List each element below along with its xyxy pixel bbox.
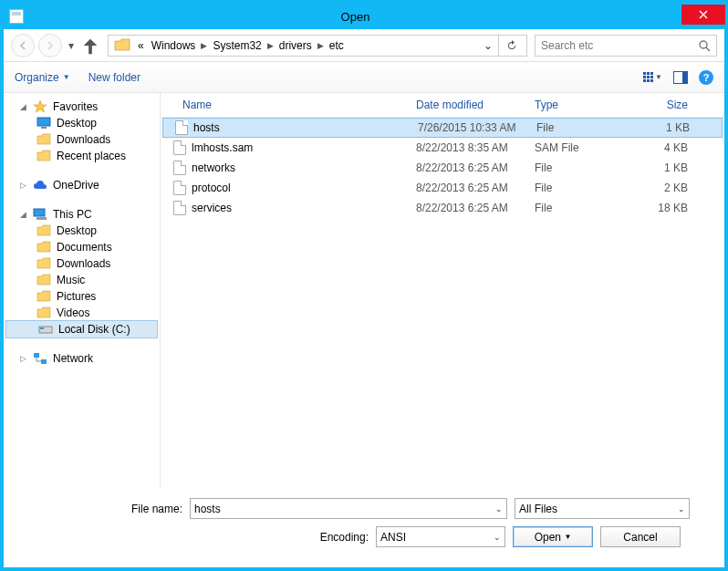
open-button[interactable]: Open ▼ — [513, 526, 593, 547]
address-dropdown[interactable]: ⌄ — [478, 39, 498, 52]
file-date: 8/22/2013 6:25 AM — [416, 161, 535, 174]
chevron-down-icon: ⌄ — [678, 504, 685, 514]
sidebar-item-label: Downloads — [57, 257, 110, 270]
view-options-button[interactable]: ▼ — [643, 72, 662, 82]
filename-input[interactable]: hosts⌄ — [190, 498, 507, 519]
search-input[interactable]: Search etc — [535, 35, 717, 57]
sidebar-onedrive[interactable]: ▷ OneDrive — [4, 177, 160, 193]
svg-rect-6 — [40, 327, 44, 329]
search-icon — [698, 39, 711, 52]
sidebar-favorites[interactable]: ◢ Favorites — [4, 99, 160, 115]
sidebar-network[interactable]: ▷ Network — [4, 350, 160, 367]
collapse-icon: ◢ — [18, 210, 27, 219]
file-icon — [173, 140, 186, 155]
folder-icon — [36, 274, 51, 286]
organize-menu[interactable]: Organize▼ — [15, 71, 70, 84]
svg-rect-7 — [34, 353, 39, 358]
folder-icon — [36, 257, 51, 270]
file-name: networks — [192, 161, 235, 174]
titlebar[interactable]: Open — [4, 4, 724, 29]
folder-icon — [36, 224, 51, 237]
svg-rect-8 — [41, 359, 47, 364]
refresh-button[interactable] — [498, 36, 525, 56]
history-dropdown[interactable]: ▾ — [66, 39, 77, 52]
pc-icon — [33, 208, 47, 221]
sidebar-item-local-disk[interactable]: Local Disk (C:) — [5, 320, 158, 338]
chevron-right-icon: ▶ — [265, 41, 276, 50]
file-date: 7/26/2015 10:33 AM — [418, 121, 536, 134]
sidebar-item-label: Favorites — [53, 100, 98, 113]
sidebar-item-desktop2[interactable]: Desktop — [4, 223, 160, 239]
window-title: Open — [29, 10, 681, 24]
svg-rect-3 — [34, 209, 45, 216]
sidebar-item-label: Music — [57, 274, 85, 286]
preview-pane-button[interactable] — [673, 71, 688, 84]
expand-icon: ▷ — [18, 354, 27, 363]
column-headers[interactable]: Name Date modified Type Size — [161, 93, 724, 118]
svg-rect-1 — [37, 118, 50, 126]
sidebar-item-label: Pictures — [57, 290, 96, 303]
file-date: 8/22/2013 6:25 AM — [416, 202, 535, 214]
encoding-select[interactable]: ANSI⌄ — [376, 526, 505, 547]
close-icon — [699, 10, 708, 19]
sidebar-thispc[interactable]: ◢ This PC — [4, 206, 160, 223]
folder-icon — [36, 241, 51, 254]
file-date: 8/22/2013 8:35 AM — [416, 141, 535, 154]
file-row[interactable]: networks8/22/2013 6:25 AMFile1 KB — [161, 158, 724, 178]
sidebar-item-videos[interactable]: Videos — [4, 305, 160, 321]
new-folder-button[interactable]: New folder — [88, 71, 140, 84]
expand-icon: ▷ — [18, 181, 27, 190]
sidebar-item-desktop[interactable]: Desktop — [4, 115, 160, 131]
crumb-windows[interactable]: Windows — [148, 39, 200, 52]
svg-rect-2 — [41, 127, 47, 129]
sidebar-item-label: Local Disk (C:) — [58, 323, 130, 336]
cancel-button[interactable]: Cancel — [600, 526, 681, 547]
file-type: File — [535, 202, 624, 214]
file-row[interactable]: lmhosts.sam8/22/2013 8:35 AMSAM File4 KB — [161, 138, 724, 158]
help-button[interactable]: ? — [699, 70, 713, 85]
file-size: 18 KB — [624, 202, 688, 214]
sidebar-item-label: Videos — [57, 306, 89, 319]
back-button[interactable] — [11, 34, 35, 57]
up-button[interactable] — [80, 36, 100, 56]
sidebar-item-downloads2[interactable]: Downloads — [4, 255, 160, 272]
file-row[interactable]: protocol8/22/2013 6:25 AMFile2 KB — [161, 178, 724, 198]
sidebar-item-music[interactable]: Music — [4, 272, 160, 288]
file-size: 1 KB — [624, 161, 688, 174]
forward-button[interactable] — [38, 34, 62, 57]
sidebar-item-label: OneDrive — [53, 179, 99, 192]
disk-icon — [38, 323, 53, 336]
file-size: 2 KB — [624, 182, 688, 194]
sidebar-item-downloads[interactable]: Downloads — [4, 131, 160, 148]
sidebar-item-label: Desktop — [57, 224, 97, 237]
column-size[interactable]: Size — [624, 99, 688, 111]
column-type[interactable]: Type — [535, 99, 624, 111]
sidebar-item-recent[interactable]: Recent places — [4, 148, 160, 164]
crumb-overflow[interactable]: « — [134, 39, 148, 52]
sidebar-item-documents[interactable]: Documents — [4, 239, 160, 255]
column-name[interactable]: Name — [168, 99, 416, 111]
notepad-icon — [9, 9, 24, 24]
encoding-label: Encoding: — [4, 531, 369, 544]
sidebar-item-label: Downloads — [57, 133, 110, 146]
sidebar-item-label: This PC — [53, 208, 92, 221]
file-name: lmhosts.sam — [192, 141, 253, 154]
filetype-filter[interactable]: All Files⌄ — [515, 498, 690, 519]
file-row[interactable]: services8/22/2013 6:25 AMFile18 KB — [161, 198, 724, 218]
sidebar-item-pictures[interactable]: Pictures — [4, 288, 160, 305]
desktop-icon — [36, 117, 51, 130]
collapse-icon: ◢ — [18, 102, 27, 111]
file-name: protocol — [192, 182, 231, 194]
file-type: File — [535, 161, 624, 174]
address-bar[interactable]: « Windows▶ System32▶ drivers▶ etc ⌄ — [108, 35, 527, 57]
file-row[interactable]: hosts7/26/2015 10:33 AMFile1 KB — [162, 118, 723, 138]
close-button[interactable] — [681, 5, 725, 25]
crumb-system32[interactable]: System32 — [209, 39, 265, 52]
file-size: 4 KB — [624, 141, 688, 154]
crumb-etc[interactable]: etc — [326, 39, 348, 52]
folder-icon — [36, 306, 51, 319]
crumb-drivers[interactable]: drivers — [276, 39, 316, 52]
chevron-down-icon: ⌄ — [495, 504, 503, 514]
column-date[interactable]: Date modified — [416, 99, 535, 111]
folder-icon — [114, 38, 130, 53]
